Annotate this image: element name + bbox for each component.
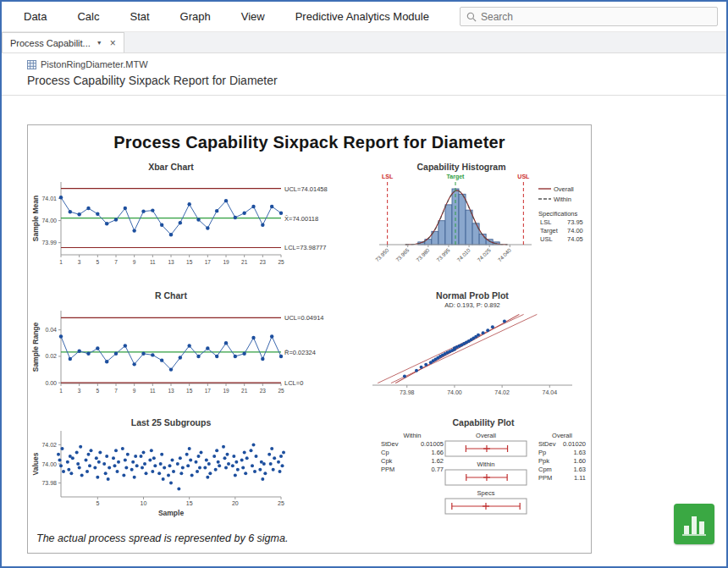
svg-text:25: 25 bbox=[278, 500, 284, 506]
report-title: Process Capability Sixpack Report for Di… bbox=[28, 133, 591, 152]
tab-bar: Process Capabilit... ▼ × bbox=[2, 32, 726, 53]
svg-text:73.99: 73.99 bbox=[41, 240, 57, 245]
svg-text:PPM: PPM bbox=[381, 466, 394, 473]
svg-text:Target: Target bbox=[540, 227, 559, 234]
svg-text:Overall: Overall bbox=[552, 432, 572, 439]
svg-text:0.77: 0.77 bbox=[431, 466, 444, 473]
svg-text:Xbar Chart: Xbar Chart bbox=[148, 162, 194, 172]
menu-item-data[interactable]: Data bbox=[24, 10, 47, 23]
svg-text:Within: Within bbox=[477, 460, 495, 468]
svg-text:LCL=0: LCL=0 bbox=[284, 379, 303, 387]
svg-text:73.950: 73.950 bbox=[374, 246, 390, 262]
svg-text:73.995: 73.995 bbox=[435, 246, 451, 262]
svg-text:LSL: LSL bbox=[540, 218, 551, 226]
bar-chart-icon bbox=[680, 510, 709, 538]
svg-text:1.63: 1.63 bbox=[573, 449, 586, 456]
worksheet-icon bbox=[27, 60, 36, 69]
svg-text:21: 21 bbox=[241, 388, 248, 394]
svg-text:13: 13 bbox=[168, 259, 174, 265]
svg-text:StDev: StDev bbox=[538, 440, 556, 448]
svg-text:USL: USL bbox=[517, 174, 530, 179]
svg-text:Cp: Cp bbox=[381, 449, 389, 456]
svg-text:19: 19 bbox=[223, 259, 229, 265]
svg-text:74.010: 74.010 bbox=[455, 246, 472, 262]
charts-row-rchart-probplot: R ChartSample Range0.000.020.04135791113… bbox=[30, 289, 587, 414]
svg-text:23: 23 bbox=[260, 259, 267, 265]
svg-text:Capability Plot: Capability Plot bbox=[453, 417, 515, 427]
search-input[interactable] bbox=[481, 11, 711, 23]
svg-text:Within: Within bbox=[404, 432, 422, 439]
menu-item-graph[interactable]: Graph bbox=[180, 10, 211, 23]
search-box[interactable] bbox=[460, 7, 718, 26]
svg-text:9: 9 bbox=[133, 388, 136, 394]
menu-item-stat[interactable]: Stat bbox=[130, 10, 149, 23]
svg-text:UCL=0.04914: UCL=0.04914 bbox=[284, 314, 324, 322]
worksheet-name[interactable]: PistonRingDiameter.MTW bbox=[41, 59, 148, 69]
svg-text:0.00: 0.00 bbox=[45, 380, 57, 386]
svg-text:1.11: 1.11 bbox=[574, 474, 586, 482]
menu-item-calc[interactable]: Calc bbox=[77, 10, 99, 23]
svg-text:R Chart: R Chart bbox=[155, 290, 187, 301]
menu-bar: Data Calc Stat Graph View Predictive Ana… bbox=[2, 2, 726, 32]
svg-text:9: 9 bbox=[133, 259, 136, 265]
svg-text:UCL=74.01458: UCL=74.01458 bbox=[284, 185, 328, 193]
chevron-down-icon[interactable]: ▼ bbox=[97, 40, 102, 46]
svg-text:LCL=73.98777: LCL=73.98777 bbox=[284, 244, 326, 251]
svg-text:5: 5 bbox=[97, 388, 100, 394]
svg-text:25: 25 bbox=[278, 259, 284, 265]
svg-text:20: 20 bbox=[232, 500, 239, 506]
svg-text:StDev: StDev bbox=[381, 440, 399, 448]
svg-text:19: 19 bbox=[223, 388, 229, 394]
svg-text:74.00: 74.00 bbox=[447, 389, 462, 395]
svg-text:Overall: Overall bbox=[476, 432, 496, 439]
divider bbox=[2, 95, 726, 96]
svg-text:1.63: 1.63 bbox=[573, 466, 586, 473]
close-icon[interactable]: × bbox=[110, 37, 116, 49]
svg-text:25: 25 bbox=[278, 388, 284, 394]
svg-text:3: 3 bbox=[78, 388, 81, 394]
svg-text:17: 17 bbox=[205, 388, 212, 394]
svg-text:USL: USL bbox=[540, 235, 553, 243]
menu-item-view[interactable]: View bbox=[241, 10, 265, 23]
svg-text:74.040: 74.040 bbox=[496, 246, 512, 262]
tab-process-capability[interactable]: Process Capabilit... ▼ × bbox=[2, 32, 124, 52]
svg-text:73.95: 73.95 bbox=[567, 218, 583, 226]
svg-text:Sample Range: Sample Range bbox=[31, 322, 40, 372]
svg-text:13: 13 bbox=[168, 388, 174, 394]
svg-text:3: 3 bbox=[78, 259, 81, 265]
document-title: Process Capability Sixpack Report for Di… bbox=[2, 74, 726, 87]
charts-row-xbar-histogram: Xbar ChartSample Mean73.9974.0074.011357… bbox=[30, 160, 587, 287]
svg-text:11: 11 bbox=[150, 259, 156, 265]
svg-text:X̄=74.00118: X̄=74.00118 bbox=[284, 215, 318, 223]
menu-item-predictive-analytics-module[interactable]: Predictive Analytics Module bbox=[295, 10, 429, 23]
svg-text:Cpm: Cpm bbox=[538, 466, 552, 473]
svg-text:74.01: 74.01 bbox=[41, 196, 57, 201]
svg-text:15: 15 bbox=[186, 500, 193, 506]
svg-text:Sample: Sample bbox=[158, 509, 185, 517]
svg-text:Cpk: Cpk bbox=[381, 457, 393, 465]
svg-text:R̄=0.02324: R̄=0.02324 bbox=[284, 349, 316, 356]
charts-row-subgroups-capability: Last 25 SubgroupsValues73.9874.0074.0251… bbox=[30, 417, 587, 532]
svg-text:74.025: 74.025 bbox=[476, 246, 492, 262]
graph-fab-button[interactable] bbox=[674, 504, 714, 544]
svg-text:7: 7 bbox=[114, 388, 118, 394]
svg-text:15: 15 bbox=[186, 259, 193, 265]
search-icon bbox=[466, 12, 477, 22]
svg-text:73.98: 73.98 bbox=[400, 389, 415, 395]
svg-text:Last 25 Subgroups: Last 25 Subgroups bbox=[131, 417, 212, 427]
svg-text:0.04: 0.04 bbox=[45, 327, 57, 333]
svg-text:74.02: 74.02 bbox=[494, 389, 510, 395]
svg-text:PPM: PPM bbox=[538, 474, 552, 482]
svg-text:1: 1 bbox=[59, 388, 63, 394]
svg-text:10: 10 bbox=[141, 500, 147, 506]
svg-text:LSL: LSL bbox=[382, 174, 394, 179]
svg-text:Values: Values bbox=[31, 452, 40, 475]
report-canvas[interactable]: Process Capability Sixpack Report for Di… bbox=[27, 124, 592, 554]
svg-text:17: 17 bbox=[205, 259, 212, 265]
svg-text:23: 23 bbox=[260, 388, 267, 394]
svg-text:Sample Mean: Sample Mean bbox=[31, 196, 40, 241]
svg-text:Pp: Pp bbox=[538, 449, 546, 456]
svg-text:0.01005: 0.01005 bbox=[421, 440, 444, 448]
svg-text:7: 7 bbox=[114, 259, 118, 265]
svg-text:Specifications: Specifications bbox=[538, 210, 578, 218]
